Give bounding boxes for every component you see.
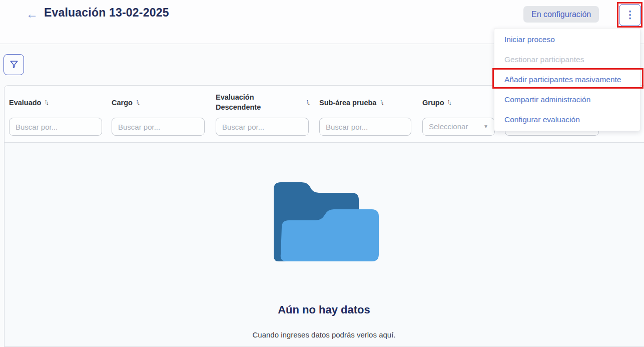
kebab-dropdown-menu: Iniciar proceso Gestionar participantes … bbox=[494, 28, 640, 131]
column-label: Cargo bbox=[112, 99, 133, 107]
search-input-evaluado[interactable] bbox=[9, 118, 102, 136]
menu-item-gestionar-participantes: Gestionar participantes bbox=[494, 50, 640, 70]
funnel-icon bbox=[10, 60, 19, 69]
back-icon[interactable]: ← bbox=[26, 7, 38, 22]
filter-button[interactable] bbox=[4, 54, 24, 75]
column-cargo: Cargo ↑↓ bbox=[112, 86, 205, 143]
column-label: Evaluación Descendente bbox=[216, 93, 276, 112]
menu-item-compartir-administracion[interactable]: Compartir administración bbox=[494, 90, 640, 110]
column-evaluacion-descendente: Evaluación Descendente ↑↓ bbox=[216, 86, 309, 143]
column-label: Grupo bbox=[422, 99, 444, 107]
column-label: Evaluado bbox=[9, 99, 41, 107]
column-header: Evaluado ↑↓ bbox=[9, 91, 47, 115]
search-input-evaluacion-descendente[interactable] bbox=[216, 118, 309, 136]
empty-folder-illustration bbox=[270, 178, 381, 261]
empty-state-title: Aún no hay datos bbox=[0, 303, 644, 316]
sort-icon[interactable]: ↑↓ bbox=[306, 99, 309, 107]
sort-icon[interactable]: ↑↓ bbox=[379, 99, 382, 106]
search-input-cargo[interactable] bbox=[112, 118, 205, 136]
column-grupo: Grupo ↑↓ Seleccionar ▼ bbox=[422, 86, 495, 143]
sort-icon[interactable]: ↑↓ bbox=[44, 99, 47, 106]
kebab-icon: ⋮ bbox=[625, 9, 635, 20]
column-header: Evaluación Descendente ↑↓ bbox=[216, 91, 309, 115]
select-value: Seleccionar bbox=[429, 122, 468, 131]
sort-icon[interactable]: ↑↓ bbox=[447, 99, 450, 106]
column-evaluado: Evaluado ↑↓ bbox=[9, 86, 102, 143]
column-header: Sub-área prueba ↑↓ bbox=[319, 91, 382, 115]
menu-item-iniciar-proceso[interactable]: Iniciar proceso bbox=[494, 30, 640, 50]
menu-item-anadir-participantes-masivamente[interactable]: Añadir participantes masivamente bbox=[494, 70, 640, 90]
column-label: Sub-área prueba bbox=[319, 99, 376, 107]
search-input-sub-area-prueba[interactable] bbox=[319, 118, 411, 136]
chevron-down-icon: ▼ bbox=[483, 118, 488, 135]
column-header: Cargo ↑↓ bbox=[112, 91, 139, 115]
kebab-menu-button[interactable]: ⋮ bbox=[619, 4, 641, 26]
sort-icon[interactable]: ↑↓ bbox=[136, 99, 139, 106]
menu-item-configurar-evaluacion[interactable]: Configurar evaluación bbox=[494, 110, 640, 130]
column-sub-area-prueba: Sub-área prueba ↑↓ bbox=[319, 86, 411, 143]
column-header: Grupo ↑↓ bbox=[422, 91, 450, 115]
status-badge: En configuración bbox=[523, 6, 599, 23]
page-title: Evaluación 13-02-2025 bbox=[44, 6, 169, 20]
grupo-select[interactable]: Seleccionar ▼ bbox=[422, 118, 495, 136]
empty-state-subtitle: Cuando ingreses datos podrás verlos aquí… bbox=[0, 330, 644, 339]
